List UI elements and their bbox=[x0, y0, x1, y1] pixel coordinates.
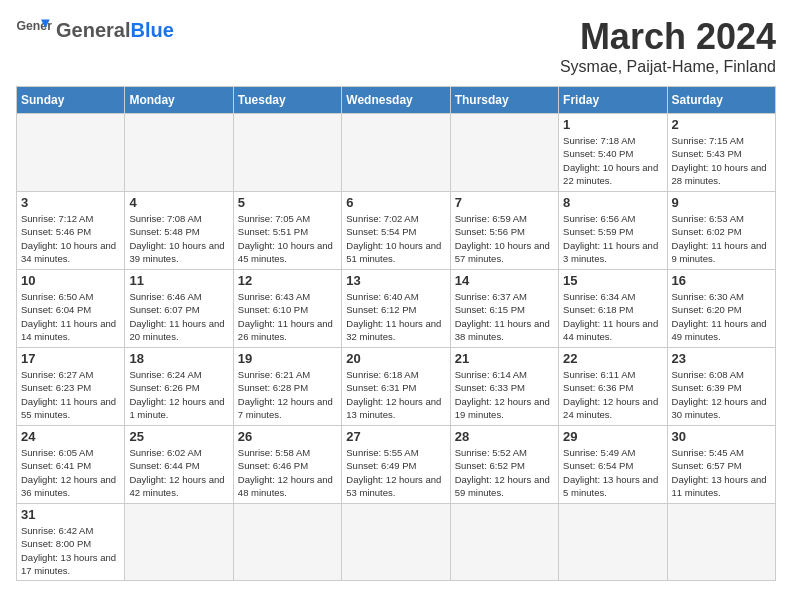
title-block: March 2024 Sysmae, Paijat-Hame, Finland bbox=[560, 16, 776, 76]
day-number: 4 bbox=[129, 195, 228, 210]
day-info: Sunrise: 6:02 AM Sunset: 6:44 PM Dayligh… bbox=[129, 446, 228, 499]
day-number: 14 bbox=[455, 273, 554, 288]
calendar-cell: 24Sunrise: 6:05 AM Sunset: 6:41 PM Dayli… bbox=[17, 426, 125, 504]
day-info: Sunrise: 6:43 AM Sunset: 6:10 PM Dayligh… bbox=[238, 290, 337, 343]
day-info: Sunrise: 6:37 AM Sunset: 6:15 PM Dayligh… bbox=[455, 290, 554, 343]
day-number: 15 bbox=[563, 273, 662, 288]
day-number: 13 bbox=[346, 273, 445, 288]
header: General GeneralBlue March 2024 Sysmae, P… bbox=[16, 16, 776, 76]
calendar-cell: 14Sunrise: 6:37 AM Sunset: 6:15 PM Dayli… bbox=[450, 270, 558, 348]
col-header-monday: Monday bbox=[125, 87, 233, 114]
calendar-cell bbox=[342, 114, 450, 192]
calendar-cell: 16Sunrise: 6:30 AM Sunset: 6:20 PM Dayli… bbox=[667, 270, 775, 348]
day-number: 25 bbox=[129, 429, 228, 444]
calendar-cell: 8Sunrise: 6:56 AM Sunset: 5:59 PM Daylig… bbox=[559, 192, 667, 270]
calendar-cell bbox=[233, 114, 341, 192]
location-title: Sysmae, Paijat-Hame, Finland bbox=[560, 58, 776, 76]
calendar-cell: 28Sunrise: 5:52 AM Sunset: 6:52 PM Dayli… bbox=[450, 426, 558, 504]
calendar-cell: 10Sunrise: 6:50 AM Sunset: 6:04 PM Dayli… bbox=[17, 270, 125, 348]
col-header-tuesday: Tuesday bbox=[233, 87, 341, 114]
day-number: 22 bbox=[563, 351, 662, 366]
day-number: 12 bbox=[238, 273, 337, 288]
calendar-cell: 31Sunrise: 6:42 AM Sunset: 8:00 PM Dayli… bbox=[17, 504, 125, 581]
day-info: Sunrise: 7:05 AM Sunset: 5:51 PM Dayligh… bbox=[238, 212, 337, 265]
day-info: Sunrise: 7:12 AM Sunset: 5:46 PM Dayligh… bbox=[21, 212, 120, 265]
logo-icon: General bbox=[16, 16, 52, 44]
calendar-cell: 21Sunrise: 6:14 AM Sunset: 6:33 PM Dayli… bbox=[450, 348, 558, 426]
day-number: 8 bbox=[563, 195, 662, 210]
calendar-cell: 9Sunrise: 6:53 AM Sunset: 6:02 PM Daylig… bbox=[667, 192, 775, 270]
calendar-cell bbox=[17, 114, 125, 192]
day-info: Sunrise: 6:56 AM Sunset: 5:59 PM Dayligh… bbox=[563, 212, 662, 265]
day-number: 6 bbox=[346, 195, 445, 210]
col-header-wednesday: Wednesday bbox=[342, 87, 450, 114]
calendar-cell: 22Sunrise: 6:11 AM Sunset: 6:36 PM Dayli… bbox=[559, 348, 667, 426]
calendar-cell: 1Sunrise: 7:18 AM Sunset: 5:40 PM Daylig… bbox=[559, 114, 667, 192]
day-number: 10 bbox=[21, 273, 120, 288]
day-info: Sunrise: 6:08 AM Sunset: 6:39 PM Dayligh… bbox=[672, 368, 771, 421]
col-header-friday: Friday bbox=[559, 87, 667, 114]
day-number: 2 bbox=[672, 117, 771, 132]
day-number: 9 bbox=[672, 195, 771, 210]
day-number: 28 bbox=[455, 429, 554, 444]
day-number: 16 bbox=[672, 273, 771, 288]
calendar-cell: 11Sunrise: 6:46 AM Sunset: 6:07 PM Dayli… bbox=[125, 270, 233, 348]
day-number: 30 bbox=[672, 429, 771, 444]
calendar-cell: 20Sunrise: 6:18 AM Sunset: 6:31 PM Dayli… bbox=[342, 348, 450, 426]
day-info: Sunrise: 5:49 AM Sunset: 6:54 PM Dayligh… bbox=[563, 446, 662, 499]
calendar-cell: 7Sunrise: 6:59 AM Sunset: 5:56 PM Daylig… bbox=[450, 192, 558, 270]
day-number: 27 bbox=[346, 429, 445, 444]
month-title: March 2024 bbox=[560, 16, 776, 58]
day-number: 21 bbox=[455, 351, 554, 366]
calendar-cell: 29Sunrise: 5:49 AM Sunset: 6:54 PM Dayli… bbox=[559, 426, 667, 504]
day-number: 24 bbox=[21, 429, 120, 444]
day-info: Sunrise: 5:55 AM Sunset: 6:49 PM Dayligh… bbox=[346, 446, 445, 499]
calendar-cell bbox=[667, 504, 775, 581]
day-info: Sunrise: 6:14 AM Sunset: 6:33 PM Dayligh… bbox=[455, 368, 554, 421]
calendar-cell bbox=[125, 504, 233, 581]
calendar-cell bbox=[450, 504, 558, 581]
calendar-cell: 5Sunrise: 7:05 AM Sunset: 5:51 PM Daylig… bbox=[233, 192, 341, 270]
calendar-cell: 25Sunrise: 6:02 AM Sunset: 6:44 PM Dayli… bbox=[125, 426, 233, 504]
calendar-cell: 23Sunrise: 6:08 AM Sunset: 6:39 PM Dayli… bbox=[667, 348, 775, 426]
calendar-header-row: SundayMondayTuesdayWednesdayThursdayFrid… bbox=[17, 87, 776, 114]
day-info: Sunrise: 6:34 AM Sunset: 6:18 PM Dayligh… bbox=[563, 290, 662, 343]
day-number: 29 bbox=[563, 429, 662, 444]
calendar-cell: 6Sunrise: 7:02 AM Sunset: 5:54 PM Daylig… bbox=[342, 192, 450, 270]
day-info: Sunrise: 5:58 AM Sunset: 6:46 PM Dayligh… bbox=[238, 446, 337, 499]
day-number: 5 bbox=[238, 195, 337, 210]
calendar-cell bbox=[559, 504, 667, 581]
calendar-cell: 17Sunrise: 6:27 AM Sunset: 6:23 PM Dayli… bbox=[17, 348, 125, 426]
calendar-cell bbox=[125, 114, 233, 192]
calendar-cell: 30Sunrise: 5:45 AM Sunset: 6:57 PM Dayli… bbox=[667, 426, 775, 504]
calendar-cell bbox=[233, 504, 341, 581]
day-info: Sunrise: 7:02 AM Sunset: 5:54 PM Dayligh… bbox=[346, 212, 445, 265]
day-info: Sunrise: 6:11 AM Sunset: 6:36 PM Dayligh… bbox=[563, 368, 662, 421]
day-info: Sunrise: 7:18 AM Sunset: 5:40 PM Dayligh… bbox=[563, 134, 662, 187]
col-header-sunday: Sunday bbox=[17, 87, 125, 114]
calendar-cell: 12Sunrise: 6:43 AM Sunset: 6:10 PM Dayli… bbox=[233, 270, 341, 348]
day-number: 18 bbox=[129, 351, 228, 366]
day-info: Sunrise: 6:21 AM Sunset: 6:28 PM Dayligh… bbox=[238, 368, 337, 421]
calendar-cell: 18Sunrise: 6:24 AM Sunset: 6:26 PM Dayli… bbox=[125, 348, 233, 426]
calendar-cell bbox=[342, 504, 450, 581]
day-number: 17 bbox=[21, 351, 120, 366]
day-number: 11 bbox=[129, 273, 228, 288]
calendar-cell: 4Sunrise: 7:08 AM Sunset: 5:48 PM Daylig… bbox=[125, 192, 233, 270]
day-number: 3 bbox=[21, 195, 120, 210]
col-header-saturday: Saturday bbox=[667, 87, 775, 114]
calendar-cell: 3Sunrise: 7:12 AM Sunset: 5:46 PM Daylig… bbox=[17, 192, 125, 270]
day-info: Sunrise: 6:40 AM Sunset: 6:12 PM Dayligh… bbox=[346, 290, 445, 343]
day-info: Sunrise: 6:46 AM Sunset: 6:07 PM Dayligh… bbox=[129, 290, 228, 343]
calendar-cell: 27Sunrise: 5:55 AM Sunset: 6:49 PM Dayli… bbox=[342, 426, 450, 504]
day-number: 20 bbox=[346, 351, 445, 366]
calendar-cell: 2Sunrise: 7:15 AM Sunset: 5:43 PM Daylig… bbox=[667, 114, 775, 192]
day-info: Sunrise: 7:15 AM Sunset: 5:43 PM Dayligh… bbox=[672, 134, 771, 187]
day-info: Sunrise: 6:53 AM Sunset: 6:02 PM Dayligh… bbox=[672, 212, 771, 265]
calendar-cell: 13Sunrise: 6:40 AM Sunset: 6:12 PM Dayli… bbox=[342, 270, 450, 348]
day-info: Sunrise: 6:24 AM Sunset: 6:26 PM Dayligh… bbox=[129, 368, 228, 421]
day-info: Sunrise: 6:50 AM Sunset: 6:04 PM Dayligh… bbox=[21, 290, 120, 343]
calendar-cell: 15Sunrise: 6:34 AM Sunset: 6:18 PM Dayli… bbox=[559, 270, 667, 348]
day-number: 31 bbox=[21, 507, 120, 522]
col-header-thursday: Thursday bbox=[450, 87, 558, 114]
